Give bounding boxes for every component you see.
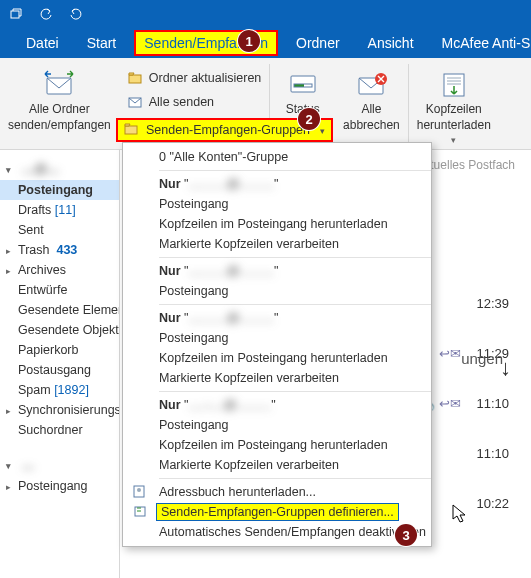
menu-account-3: Nur "...........@.........." — [123, 308, 431, 328]
menu-process-marked-1[interactable]: Markierte Kopfzeilen verarbeiten — [123, 234, 431, 254]
label: Alle senden — [149, 92, 214, 112]
ribbon-tabs: Datei Start Senden/Empfangen Ordner Ansi… — [0, 28, 531, 58]
folder-spam[interactable]: Spam [1892] — [0, 380, 119, 400]
sort-indicator-icon[interactable]: ↓ — [500, 355, 511, 381]
menu-account-1: Nur "...........@.........." — [123, 174, 431, 194]
update-folder-button[interactable]: Ordner aktualisieren — [119, 66, 270, 90]
menu-account-2: Nur "...........@.........." — [123, 261, 431, 281]
send-receive-all-folders-button[interactable]: Alle Ordner senden/empfangen — [0, 64, 119, 149]
account-header[interactable]: …@… — [0, 158, 119, 180]
reply-icon: ↩✉ — [439, 396, 461, 411]
folder-papierkorb[interactable]: Papierkorb — [0, 340, 119, 360]
menu-download-headers-4[interactable]: Kopfzeilen im Posteingang herunterladen — [123, 435, 431, 455]
svg-rect-10 — [125, 126, 137, 134]
tab-start[interactable]: Start — [79, 31, 125, 55]
folder-gesendete-objekte[interactable]: Gesendete Objekte — [0, 320, 119, 340]
label: Kopfzeilen — [426, 102, 482, 116]
folder-trash[interactable]: Trash 433 — [0, 240, 119, 260]
label: abbrechen — [343, 118, 400, 132]
menu-disable-auto-sendrecv[interactable]: Automatisches Senden/Empfangen deaktivie… — [123, 522, 431, 542]
folder-posteingang-2[interactable]: Posteingang — [0, 476, 119, 496]
send-receive-groups-menu: 0 "Alle Konten"-Gruppe Nur "...........@… — [122, 142, 432, 547]
label: Alle — [361, 102, 381, 116]
folder-archives[interactable]: Archives — [0, 260, 119, 280]
redo-icon[interactable] — [68, 6, 84, 22]
menu-account-4: Nur ".....-....@.........." — [123, 395, 431, 415]
send-receive-icon — [43, 68, 75, 100]
folder-groups-icon — [124, 122, 140, 138]
folder-postausgang[interactable]: Postausgang — [0, 360, 119, 380]
tab-view[interactable]: Ansicht — [360, 31, 422, 55]
folder-drafts[interactable]: Drafts [11] — [0, 200, 119, 220]
svg-point-12 — [137, 488, 141, 492]
search-scope-label[interactable]: ktuelles Postfach — [424, 158, 515, 172]
folder-pane[interactable]: …@… Posteingang Drafts [11] Sent Trash 4… — [0, 150, 120, 578]
account-header-2[interactable]: … — [0, 454, 119, 476]
svg-rect-2 — [129, 75, 141, 83]
menu-posteingang-1[interactable]: Posteingang — [123, 194, 431, 214]
menu-posteingang-2[interactable]: Posteingang — [123, 281, 431, 301]
menu-group-0[interactable]: 0 "Alle Konten"-Gruppe — [123, 147, 431, 167]
folder-suchordner[interactable]: Suchordner — [0, 420, 119, 440]
download-headers-icon — [438, 68, 470, 100]
folder-gesendete-elemente[interactable]: Gesendete Elemente — [0, 300, 119, 320]
reply-icon: ↩✉ — [439, 346, 461, 361]
callout-2: 2 — [298, 108, 320, 130]
menu-posteingang-3[interactable]: Posteingang — [123, 328, 431, 348]
folder-posteingang[interactable]: Posteingang — [0, 180, 119, 200]
svg-rect-0 — [11, 11, 19, 18]
cancel-all-icon — [355, 68, 387, 100]
label: Alle Ordner — [29, 102, 90, 116]
titlebar — [0, 0, 531, 28]
callout-1: 1 — [238, 30, 260, 52]
addressbook-icon — [133, 484, 149, 500]
folder-sent[interactable]: Sent — [0, 220, 119, 240]
tab-file[interactable]: Datei — [18, 31, 67, 55]
label: herunterladen — [417, 118, 491, 132]
label: senden/empfangen — [8, 118, 111, 132]
menu-posteingang-4[interactable]: Posteingang — [123, 415, 431, 435]
tab-mcafee[interactable]: McAfee Anti-Spam — [434, 31, 531, 55]
menu-define-groups[interactable]: Senden-Empfangen-Gruppen definieren... — [123, 502, 431, 522]
menu-download-headers-3[interactable]: Kopfzeilen im Posteingang herunterladen — [123, 348, 431, 368]
callout-3: 3 — [395, 524, 417, 546]
folder-refresh-icon — [127, 70, 143, 86]
undo-icon[interactable] — [38, 6, 54, 22]
send-all-icon — [127, 94, 143, 110]
tab-folder[interactable]: Ordner — [288, 31, 348, 55]
progress-icon — [287, 68, 319, 100]
menu-process-marked-4[interactable]: Markierte Kopfzeilen verarbeiten — [123, 455, 431, 475]
menu-download-headers-1[interactable]: Kopfzeilen im Posteingang herunterladen — [123, 214, 431, 234]
folder-sync-issues[interactable]: Synchronisierungsprobleme — [0, 400, 119, 420]
label: Ordner aktualisieren — [149, 68, 262, 88]
download-headers-button[interactable]: Kopfzeilen herunterladen ▾ — [409, 64, 499, 149]
label: Senden-Empfangen-Gruppen — [146, 123, 310, 137]
window-restore-icon[interactable] — [8, 6, 24, 22]
define-groups-icon — [133, 504, 149, 520]
folder-entwuerfe[interactable]: Entwürfe — [0, 280, 119, 300]
send-all-button[interactable]: Alle senden — [119, 90, 270, 114]
menu-process-marked-3[interactable]: Markierte Kopfzeilen verarbeiten — [123, 368, 431, 388]
menu-download-addressbook[interactable]: Adressbuch herunterladen... — [123, 482, 431, 502]
mouse-cursor-icon — [452, 504, 468, 524]
cancel-all-button[interactable]: Alle abbrechen — [335, 64, 408, 149]
